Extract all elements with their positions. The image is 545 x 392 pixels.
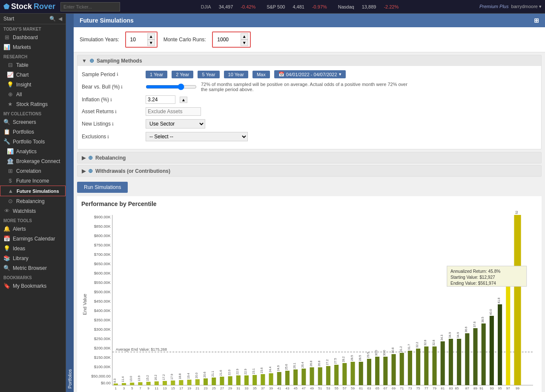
- bar-97[interactable]: [506, 275, 510, 385]
- sim-years-down[interactable]: ▼: [147, 40, 155, 46]
- svg-text:39: 39: [269, 386, 273, 390]
- nasdaq-label: Nasdaq: [338, 4, 354, 9]
- svg-text:43: 43: [285, 386, 290, 390]
- bookmarks-header: Bookmarks: [0, 273, 66, 281]
- ticker-input[interactable]: [60, 2, 120, 11]
- sim-years-up[interactable]: ▲: [147, 33, 155, 40]
- asset-returns-input[interactable]: [146, 107, 201, 116]
- btn-2y[interactable]: 2 Year: [172, 71, 193, 78]
- btn-max[interactable]: Max: [252, 71, 270, 78]
- exclusions-select[interactable]: -- Select --: [146, 132, 248, 141]
- svg-rect-71: [244, 375, 249, 385]
- run-simulations-button[interactable]: Run Simulations: [77, 182, 128, 193]
- svg-text:31: 31: [236, 386, 241, 390]
- sidebar-item-analytics[interactable]: 📊 Analytics: [0, 146, 66, 156]
- date-range-btn[interactable]: 📅 04/01/2022 - 04/07/2022 ▾: [274, 70, 346, 78]
- svg-text:37.6: 37.6: [473, 321, 476, 327]
- svg-text:97: 97: [506, 386, 511, 390]
- svg-rect-83: [277, 372, 281, 385]
- bear-bull-slider[interactable]: [146, 83, 197, 90]
- svg-rect-38: [155, 381, 159, 385]
- sidebar-item-my-bookmarks[interactable]: 🔖 My Bookmarks: [0, 281, 66, 291]
- svg-text:$900.00K: $900.00K: [94, 215, 111, 219]
- bar-99[interactable]: [514, 215, 521, 385]
- svg-rect-131: [408, 351, 412, 385]
- screeners-icon: 🔍: [3, 119, 10, 125]
- sidebar-item-stock-ratings[interactable]: ★ Stock Ratings: [0, 99, 66, 109]
- sidebar-item-table[interactable]: ⊟ Table: [0, 60, 66, 70]
- market-data: DJIA 34,497 -0.42% S&P 500 4,481 -0.97% …: [125, 4, 474, 9]
- bear-bull-info-icon[interactable]: ℹ: [121, 85, 123, 89]
- svg-text:89: 89: [473, 386, 478, 390]
- exclusions-row: Exclusions ℹ -- Select --: [82, 132, 537, 141]
- chart-icon: 📈: [7, 72, 14, 78]
- search-icon[interactable]: 🔍: [49, 16, 56, 22]
- sidebar-item-rebalancing[interactable]: ⊙ Rebalancing: [0, 196, 66, 206]
- btn-1y[interactable]: 1 Year: [146, 71, 167, 78]
- sidebar-item-future-income[interactable]: $ Future Income: [0, 176, 66, 186]
- svg-rect-158: [482, 323, 486, 385]
- app-logo[interactable]: ⬟ StockRover: [3, 2, 55, 11]
- new-listings-select[interactable]: Use Sector: [146, 119, 205, 129]
- svg-text:57: 57: [343, 386, 347, 390]
- inflation-up[interactable]: ▲: [180, 97, 187, 103]
- svg-text:$800.00K: $800.00K: [94, 234, 111, 238]
- svg-text:$50,000.00: $50,000.00: [91, 374, 110, 378]
- exclusions-info-icon[interactable]: ℹ: [107, 134, 109, 139]
- sidebar-item-ideas[interactable]: 💡 Ideas: [0, 243, 66, 253]
- new-listings-info-icon[interactable]: ℹ: [112, 122, 114, 126]
- sidebar-item-markets[interactable]: 📊 Markets: [0, 42, 66, 52]
- sidebar-item-all[interactable]: ⊕ All: [0, 89, 66, 99]
- sidebar-item-library[interactable]: 📚 Library: [0, 253, 66, 263]
- sidebar-item-metric-browser[interactable]: 🔍 Metric Browser: [0, 263, 66, 273]
- sidebar-ideas-label: Ideas: [13, 246, 25, 252]
- svg-text:49: 49: [310, 386, 314, 390]
- svg-text:$650.00K: $650.00K: [94, 262, 111, 266]
- monte-carlo-up[interactable]: ▲: [241, 33, 248, 40]
- sidebar-item-watchlists[interactable]: 👁 Watchlists: [0, 206, 66, 216]
- page-title: Future Simulations: [80, 17, 134, 24]
- sidebar-item-alerts[interactable]: 🔔 Alerts: [0, 224, 66, 234]
- svg-text:11: 11: [155, 386, 159, 390]
- withdrawals-header[interactable]: ▶ ⊕ Withdrawals (or Contributions): [77, 166, 541, 176]
- svg-text:30.0: 30.0: [375, 350, 378, 356]
- sidebar-item-correlation[interactable]: ⊞ Correlation: [0, 166, 66, 176]
- btn-10y[interactable]: 10 Year: [224, 71, 248, 78]
- expand-icon[interactable]: ⊞: [534, 17, 539, 24]
- svg-rect-32: [138, 382, 142, 385]
- djia-value: 34,497: [219, 4, 233, 9]
- monte-carlo-down[interactable]: ▼: [241, 40, 248, 46]
- svg-text:59: 59: [351, 386, 355, 390]
- sidebar-item-brokerage-connect[interactable]: 🏦 Brokerage Connect: [0, 156, 66, 166]
- svg-rect-92: [301, 369, 306, 385]
- premium-label: Premium Plus barrydmoore ▾: [479, 4, 542, 9]
- sampling-body: Sample Period ℹ 1 Year 2 Year 5 Year 10 …: [77, 66, 541, 149]
- sim-years-input[interactable]: [128, 37, 145, 43]
- asset-returns-info-icon[interactable]: ℹ: [115, 109, 117, 114]
- sidebar-item-screeners[interactable]: 🔍 Screeners: [0, 117, 66, 127]
- collapse-icon[interactable]: ◀: [58, 16, 62, 22]
- svg-rect-50: [187, 380, 192, 385]
- sidebar-item-earnings[interactable]: 📅 Earnings Calendar: [0, 234, 66, 243]
- inflation-input[interactable]: [146, 95, 175, 104]
- svg-rect-128: [400, 353, 404, 385]
- sampling-header[interactable]: ▼ ⊕ Sampling Methods: [77, 55, 541, 66]
- sidebar-item-portfolios[interactable]: 📋 Portfolios: [0, 127, 66, 137]
- btn-5y[interactable]: 5 Year: [198, 71, 219, 78]
- research-header: Research: [0, 52, 66, 60]
- sampling-section: ▼ ⊕ Sampling Methods Sample Period ℹ 1 Y…: [77, 55, 542, 149]
- sidebar-item-portfolio-tools[interactable]: 🔧 Portfolio Tools: [0, 137, 66, 146]
- sidebar-item-insight[interactable]: 💡 Insight: [0, 80, 66, 89]
- monte-carlo-input[interactable]: [215, 37, 238, 43]
- bar-1[interactable]: [114, 383, 118, 385]
- sample-period-info[interactable]: ℹ: [117, 72, 118, 77]
- svg-text:23.1: 23.1: [252, 368, 255, 374]
- rebalancing-header[interactable]: ▶ ⊕ Rebalancing: [77, 152, 541, 163]
- sidebar-item-future-simulations[interactable]: ▲ Future Simulations: [0, 186, 66, 196]
- inflation-info-icon[interactable]: ℹ: [110, 97, 112, 102]
- all-icon: ⊕: [7, 91, 14, 97]
- portfolios-vertical-tab[interactable]: Portfolios: [66, 14, 74, 392]
- sidebar-item-chart[interactable]: 📈 Chart: [0, 70, 66, 80]
- monte-carlo-label: Monte Carlo Runs:: [164, 37, 206, 43]
- sidebar-item-dashboard[interactable]: ⊞ Dashboard: [0, 32, 66, 42]
